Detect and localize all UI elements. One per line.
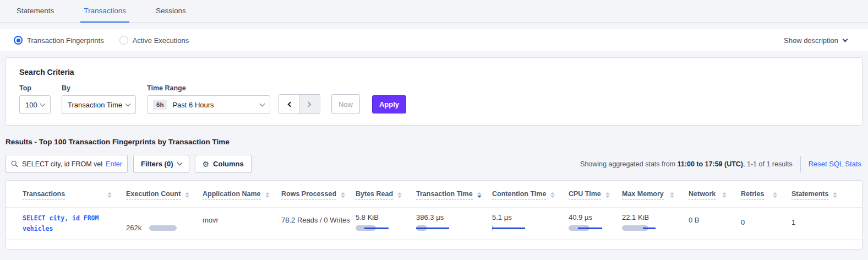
chevron-down-icon [843,36,848,42]
bytes-read-value: 5.8 KiB [356,213,416,221]
column-header-max-memory[interactable]: Max Memory [622,183,689,207]
table-header-row: Transactions Execution Count Application… [6,183,862,208]
column-header-contention-time[interactable]: Contention Time [492,183,569,207]
gear-icon: ⚙ [203,160,210,169]
column-label: Transaction Time [416,190,473,200]
column-header-transaction-time[interactable]: Transaction Time [416,183,492,207]
column-header-execution-count[interactable]: Execution Count [126,183,203,207]
search-input[interactable] [22,160,102,168]
search-icon [11,160,18,167]
max-memory-cell: 22.1 KiB [622,208,689,240]
chevron-down-icon [260,101,265,106]
column-label: Max Memory [622,190,664,200]
previous-time-button[interactable] [279,94,299,114]
bar-chart [416,225,449,231]
time-range-select[interactable]: 6h Past 6 Hours [147,95,270,114]
chevron-left-icon [287,101,293,107]
by-select[interactable]: Transaction Time [62,95,136,114]
stats-prefix: Showing aggregated stats from [580,160,678,168]
sort-icon-active-desc[interactable] [473,192,482,198]
by-select-value: Transaction Time [68,101,122,109]
bar-chart [492,225,525,231]
column-header-statements[interactable]: Statements [791,183,851,207]
next-time-button[interactable] [299,94,320,114]
tab-transactions[interactable]: Transactions [80,7,129,23]
bar-chart [622,225,655,231]
radio-label: Transaction Fingerprints [27,36,104,45]
by-label: By [62,84,136,92]
search-criteria-title: Search Criteria [19,68,849,77]
radio-transaction-fingerprints[interactable]: Transaction Fingerprints [14,36,104,45]
results-table-card: Transactions Execution Count Application… [6,180,862,250]
stats-time-range: 11:00 to 17:59 (UTC) [678,160,743,168]
column-header-transactions[interactable]: Transactions [23,183,126,207]
radio-active-executions[interactable]: Active Executions [119,36,189,45]
radio-selected-icon[interactable] [14,36,23,45]
sort-icon[interactable] [103,192,112,198]
time-range-field: Time Range 6h Past 6 Hours [147,84,270,114]
filters-button[interactable]: Filters (0) [133,155,189,173]
now-button[interactable]: Now [331,94,360,114]
show-description-toggle[interactable]: Show description [784,36,847,45]
column-header-bytes-read[interactable]: Bytes Read [356,183,416,207]
column-header-application-name[interactable]: Application Name [203,183,281,207]
sort-icon[interactable] [336,192,345,198]
chevron-right-icon [306,101,312,107]
tab-statements[interactable]: Statements [13,7,57,23]
bar-line [578,228,602,229]
column-header-network[interactable]: Network [689,183,741,207]
bytes-read-cell: 5.8 KiB [356,208,416,240]
transaction-time-cell: 386.3 µs [416,208,492,240]
tab-sessions[interactable]: Sessions [152,7,189,23]
sort-icon[interactable] [718,192,727,198]
vertical-divider [800,156,801,172]
page-tabs: Statements Transactions Sessions [0,0,868,23]
column-label: Rows Processed [281,190,336,200]
transaction-fingerprint-link[interactable]: SELECT city, id FROM vehicles [23,208,110,240]
stats-suffix: , 1-1 of 1 results [743,160,793,168]
column-header-rows-processed[interactable]: Rows Processed [281,183,356,207]
retries-cell: 0 [741,208,791,240]
chevron-down-icon [177,160,182,166]
columns-button-label: Columns [213,160,244,168]
column-header-retries[interactable]: Retries [741,183,791,207]
bar-line [643,228,656,229]
sort-icon[interactable] [768,192,777,198]
column-label: Bytes Read [356,190,393,200]
search-enter-hint[interactable]: Enter [106,160,122,168]
sort-icon[interactable] [393,192,402,198]
column-label: CPU Time [569,190,601,200]
radio-unselected-icon[interactable] [119,36,128,45]
sort-icon[interactable] [181,192,189,198]
bar-line [364,228,389,229]
column-header-cpu-time[interactable]: CPU Time [569,183,622,207]
cpu-time-value: 40.9 µs [569,213,622,221]
statements-cell: 1 [791,208,851,240]
radio-label: Active Executions [133,36,189,45]
contention-time-value: 5.1 µs [492,213,569,221]
reset-sql-stats-link[interactable]: Reset SQL Stats [809,160,861,168]
time-range-label: Time Range [147,84,270,92]
cpu-time-cell: 40.9 µs [569,208,622,240]
sort-icon[interactable] [665,192,674,198]
column-label: Application Name [203,190,261,200]
apply-button[interactable]: Apply [372,95,406,113]
bar-chart [356,225,389,231]
search-box[interactable]: Enter [6,155,128,173]
sort-icon[interactable] [828,192,837,198]
columns-button[interactable]: ⚙ Columns [195,155,252,173]
execution-count-cell: 262k [126,208,203,240]
search-criteria-controls: Top 100 By Transaction Time Time Range 6… [19,84,849,114]
column-label: Transactions [23,190,65,200]
sort-icon[interactable] [601,192,610,198]
by-field: By Transaction Time [62,84,136,114]
sort-icon[interactable] [261,192,270,198]
top-select[interactable]: 100 [19,95,51,114]
bar-chart [569,225,602,231]
top-select-value: 100 [25,101,37,109]
view-toggle-band: Transaction Fingerprints Active Executio… [0,29,868,51]
filters-button-label: Filters (0) [141,160,173,168]
contention-time-cell: 5.1 µs [492,208,569,240]
time-pager [279,94,320,114]
sort-icon[interactable] [546,192,555,198]
